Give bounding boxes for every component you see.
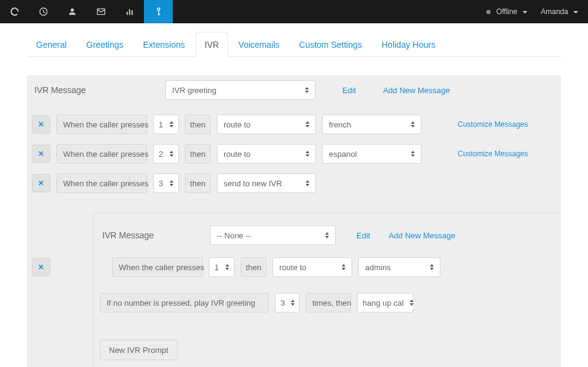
select-stepper-icon bbox=[306, 151, 309, 157]
delete-nested-ivr-button[interactable]: ✕ bbox=[32, 258, 50, 276]
replay-count-select[interactable]: 3 bbox=[275, 293, 300, 312]
rule-prefix-label: When the caller presses bbox=[112, 257, 203, 277]
rule-prefix-label: When the caller presses bbox=[56, 173, 147, 193]
rule-target-select[interactable]: admins bbox=[358, 257, 440, 277]
replay-action-select[interactable]: hang up cal bbox=[357, 293, 413, 312]
select-stepper-icon bbox=[170, 180, 173, 186]
rule-target-select[interactable]: french bbox=[322, 115, 421, 134]
replay-text-label: If no number is pressed, play IVR greeti… bbox=[100, 293, 269, 312]
tab-voicemails[interactable]: Voicemails bbox=[229, 32, 288, 57]
mail-icon[interactable] bbox=[86, 0, 115, 23]
tab-custom-settings[interactable]: Custom Settings bbox=[290, 32, 371, 57]
add-new-message-link[interactable]: Add New Message bbox=[383, 86, 450, 95]
select-stepper-icon bbox=[305, 87, 309, 93]
rule-digit-value: 3 bbox=[159, 179, 163, 188]
user-label: Amanda bbox=[541, 7, 568, 16]
delete-rule-button[interactable]: ✕ bbox=[32, 174, 50, 192]
bars-icon[interactable] bbox=[115, 0, 144, 23]
rule-action-value: route to bbox=[224, 149, 251, 159]
ivr-message-label: IVR Message bbox=[32, 85, 165, 95]
edit-link[interactable]: Edit bbox=[342, 86, 356, 95]
tab-extensions[interactable]: Extensions bbox=[134, 32, 194, 57]
select-stepper-icon bbox=[225, 264, 229, 270]
svg-rect-2 bbox=[131, 10, 132, 15]
status-dot-icon bbox=[486, 10, 491, 14]
rule-digit-select[interactable]: 2 bbox=[153, 144, 179, 164]
nested-ivr-message-label: IVR Message bbox=[100, 230, 210, 240]
status-label: Offline bbox=[496, 7, 517, 16]
select-stepper-icon bbox=[410, 300, 413, 306]
rule-prefix-label: When the caller presses bbox=[56, 115, 147, 134]
close-icon: ✕ bbox=[38, 263, 44, 271]
select-stepper-icon bbox=[430, 264, 434, 270]
ivr-message-select-value: IVR greeting bbox=[172, 86, 216, 95]
tab-greetings[interactable]: Greetings bbox=[77, 32, 133, 57]
ivr-panel: IVR Message IVR greeting Edit Add New Me… bbox=[27, 75, 561, 367]
rule-action-value: route to bbox=[279, 263, 306, 272]
ivr-rule-row: ✕ When the caller presses 3 then send to… bbox=[27, 168, 561, 198]
nested-add-new-message-link[interactable]: Add New Message bbox=[388, 231, 455, 240]
nested-edit-link[interactable]: Edit bbox=[356, 231, 370, 240]
nested-ivr-message-select[interactable]: -- None -- bbox=[210, 225, 336, 245]
rule-digit-select[interactable]: 3 bbox=[153, 173, 179, 193]
ivr-rule-row: ✕ When the caller presses 1 then route t… bbox=[27, 110, 561, 139]
rule-action-value: send to new IVR bbox=[224, 179, 282, 188]
rule-target-value: espanol bbox=[329, 149, 357, 159]
rule-digit-value: 1 bbox=[159, 120, 163, 129]
user-dropdown[interactable]: Amanda bbox=[541, 7, 578, 16]
select-stepper-icon bbox=[411, 121, 415, 127]
close-icon: ✕ bbox=[38, 179, 44, 187]
tab-general[interactable]: General bbox=[27, 32, 76, 57]
tab-holiday-hours[interactable]: Holiday Hours bbox=[372, 32, 445, 57]
replay-row: If no number is pressed, play IVR greeti… bbox=[94, 293, 561, 312]
replay-count-value: 3 bbox=[281, 298, 285, 308]
select-stepper-icon bbox=[170, 121, 173, 127]
close-icon: ✕ bbox=[38, 120, 44, 129]
rule-digit-select[interactable]: 1 bbox=[153, 115, 179, 134]
person-icon[interactable] bbox=[58, 0, 86, 23]
rule-target-value: admins bbox=[365, 263, 391, 272]
rule-action-value: route to bbox=[224, 120, 251, 129]
select-stepper-icon bbox=[342, 264, 345, 270]
select-stepper-icon bbox=[306, 121, 309, 127]
ivr-message-select[interactable]: IVR greeting bbox=[165, 80, 315, 100]
rule-action-select[interactable]: route to bbox=[273, 257, 352, 277]
chevron-down-icon bbox=[522, 11, 527, 13]
rule-digit-value: 1 bbox=[214, 263, 219, 272]
rule-target-value: french bbox=[329, 120, 351, 129]
delete-rule-button[interactable]: ✕ bbox=[32, 145, 50, 163]
rule-action-select[interactable]: route to bbox=[217, 144, 316, 164]
logo-icon[interactable] bbox=[0, 0, 29, 23]
nested-ivr-message-select-value: -- None -- bbox=[217, 231, 251, 240]
select-stepper-icon bbox=[170, 151, 173, 157]
new-ivr-prompt-button[interactable]: New IVR Prompt bbox=[100, 339, 178, 360]
customize-messages-link[interactable]: Customize Messages bbox=[458, 149, 556, 158]
then-label: then bbox=[185, 173, 211, 193]
select-stepper-icon bbox=[325, 232, 329, 238]
ivr-rule-row: ✕ When the caller presses 2 then route t… bbox=[27, 139, 561, 168]
then-label: then bbox=[185, 144, 211, 164]
rule-action-select[interactable]: route to bbox=[217, 115, 316, 134]
delete-rule-button[interactable]: ✕ bbox=[32, 115, 50, 134]
rule-digit-value: 2 bbox=[159, 149, 163, 159]
settings-tabs: General Greetings Extensions IVR Voicema… bbox=[27, 32, 561, 57]
rule-digit-select[interactable]: 1 bbox=[209, 257, 235, 277]
replay-suffix-label: times, then bbox=[306, 293, 351, 312]
replay-action-value: hang up cal bbox=[363, 298, 404, 308]
chevron-down-icon bbox=[573, 11, 578, 13]
svg-rect-1 bbox=[129, 9, 130, 15]
status-dropdown[interactable]: Offline bbox=[486, 7, 527, 16]
rule-target-select[interactable]: espanol bbox=[322, 144, 421, 164]
rule-action-select[interactable]: send to new IVR bbox=[217, 173, 316, 193]
close-icon: ✕ bbox=[38, 149, 44, 158]
rule-prefix-label: When the caller presses bbox=[56, 144, 147, 164]
tab-ivr[interactable]: IVR bbox=[195, 32, 228, 57]
select-stepper-icon bbox=[411, 151, 415, 157]
then-label: then bbox=[241, 257, 266, 277]
key-icon[interactable] bbox=[144, 0, 173, 23]
svg-rect-0 bbox=[126, 12, 127, 15]
nested-ivr-rule-row: When the caller presses 1 then route to … bbox=[94, 252, 561, 282]
customize-messages-link[interactable]: Customize Messages bbox=[458, 120, 556, 129]
clock-icon[interactable] bbox=[29, 0, 58, 23]
then-label: then bbox=[185, 115, 211, 134]
